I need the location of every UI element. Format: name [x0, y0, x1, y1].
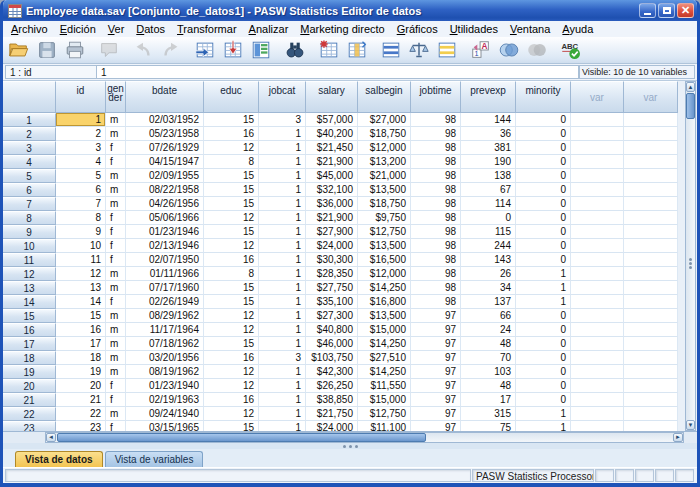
row-number[interactable]: 13: [3, 281, 56, 295]
data-cell[interactable]: [624, 323, 678, 337]
data-cell[interactable]: 8: [204, 155, 259, 169]
data-cell[interactable]: $103,750: [306, 351, 358, 365]
column-header-minority[interactable]: minority: [516, 81, 571, 113]
menu-transformar[interactable]: Transformar: [171, 22, 243, 36]
data-cell[interactable]: 15: [56, 309, 106, 323]
data-cell[interactable]: 1: [259, 239, 306, 253]
data-cell[interactable]: 1: [259, 155, 306, 169]
data-cell[interactable]: 11: [56, 253, 106, 267]
weight-cases-icon[interactable]: [407, 38, 431, 62]
data-cell[interactable]: 10: [56, 239, 106, 253]
data-cell[interactable]: 98: [411, 267, 461, 281]
goto-case-icon[interactable]: [193, 38, 217, 62]
data-cell[interactable]: 17: [461, 393, 516, 407]
data-cell[interactable]: 08/29/1962: [126, 309, 204, 323]
column-header-salbegin[interactable]: salbegin: [358, 81, 411, 113]
data-cell[interactable]: [571, 379, 624, 393]
minimize-button[interactable]: [639, 3, 656, 18]
data-cell[interactable]: 12: [204, 309, 259, 323]
data-cell[interactable]: 1: [516, 281, 571, 295]
data-cell[interactable]: [571, 407, 624, 421]
data-cell[interactable]: f: [106, 393, 126, 407]
data-cell[interactable]: 8: [204, 267, 259, 281]
data-cell[interactable]: 18: [56, 351, 106, 365]
data-cell[interactable]: 12: [56, 267, 106, 281]
data-cell[interactable]: [624, 379, 678, 393]
data-cell[interactable]: 02/19/1963: [126, 393, 204, 407]
data-cell[interactable]: [571, 421, 624, 432]
data-cell[interactable]: 0: [516, 141, 571, 155]
data-cell[interactable]: 97: [411, 365, 461, 379]
row-number[interactable]: 15: [3, 309, 56, 323]
data-cell[interactable]: 15: [204, 197, 259, 211]
data-cell[interactable]: $21,450: [306, 141, 358, 155]
data-cell[interactable]: $15,000: [358, 323, 411, 337]
data-cell[interactable]: $40,200: [306, 127, 358, 141]
menu-edici-n[interactable]: Edición: [54, 22, 102, 36]
data-cell[interactable]: $16,800: [358, 295, 411, 309]
data-cell[interactable]: m: [106, 197, 126, 211]
column-header-id[interactable]: id: [56, 81, 106, 113]
data-cell[interactable]: 04/26/1956: [126, 197, 204, 211]
data-cell[interactable]: 0: [516, 365, 571, 379]
data-cell[interactable]: m: [106, 127, 126, 141]
data-cell[interactable]: 97: [411, 407, 461, 421]
data-cell[interactable]: $16,500: [358, 253, 411, 267]
data-cell[interactable]: 0: [516, 393, 571, 407]
data-cell[interactable]: 09/24/1940: [126, 407, 204, 421]
data-cell[interactable]: 1: [259, 281, 306, 295]
vertical-scroll-track[interactable]: [686, 119, 695, 420]
data-cell[interactable]: $12,000: [358, 267, 411, 281]
data-cell[interactable]: 98: [411, 225, 461, 239]
data-cell[interactable]: 1: [516, 267, 571, 281]
row-number[interactable]: 4: [3, 155, 56, 169]
data-cell[interactable]: $9,750: [358, 211, 411, 225]
data-cell[interactable]: 66: [461, 309, 516, 323]
data-cell[interactable]: m: [106, 267, 126, 281]
column-header-educ[interactable]: educ: [204, 81, 259, 113]
data-cell[interactable]: 1: [516, 295, 571, 309]
cell-editor-input[interactable]: 1: [97, 65, 579, 79]
data-cell[interactable]: [624, 127, 678, 141]
data-cell[interactable]: 48: [461, 337, 516, 351]
data-cell[interactable]: 381: [461, 141, 516, 155]
data-cell[interactable]: [571, 253, 624, 267]
data-cell[interactable]: 97: [411, 337, 461, 351]
data-cell[interactable]: 0: [516, 197, 571, 211]
column-header-gender[interactable]: gender: [106, 81, 126, 113]
column-header-jobcat[interactable]: jobcat: [259, 81, 306, 113]
data-cell[interactable]: 0: [516, 323, 571, 337]
data-cell[interactable]: 01/23/1946: [126, 225, 204, 239]
data-cell[interactable]: 137: [461, 295, 516, 309]
data-cell[interactable]: 12: [204, 141, 259, 155]
pane-splitter-grip[interactable]: [689, 257, 693, 270]
data-cell[interactable]: [624, 309, 678, 323]
data-cell[interactable]: 1: [259, 365, 306, 379]
data-cell[interactable]: 1: [259, 337, 306, 351]
data-cell[interactable]: m: [106, 309, 126, 323]
data-cell[interactable]: 103: [461, 365, 516, 379]
data-cell[interactable]: 190: [461, 155, 516, 169]
menu-datos[interactable]: Datos: [130, 22, 171, 36]
data-cell[interactable]: 0: [516, 253, 571, 267]
data-cell[interactable]: 01/11/1966: [126, 267, 204, 281]
data-cell[interactable]: 12: [204, 211, 259, 225]
data-cell[interactable]: $21,900: [306, 155, 358, 169]
data-cell[interactable]: [571, 239, 624, 253]
data-cell[interactable]: $12,750: [358, 225, 411, 239]
data-cell[interactable]: $36,000: [306, 197, 358, 211]
selected-cell[interactable]: 1: [56, 113, 106, 127]
row-number[interactable]: 21: [3, 393, 56, 407]
value-labels-icon[interactable]: 1A: [469, 38, 493, 62]
split-file-icon[interactable]: [379, 38, 403, 62]
data-cell[interactable]: 115: [461, 225, 516, 239]
data-cell[interactable]: [624, 141, 678, 155]
data-cell[interactable]: 3: [56, 141, 106, 155]
data-cell[interactable]: 14: [56, 295, 106, 309]
data-cell[interactable]: 0: [516, 169, 571, 183]
data-cell[interactable]: $30,300: [306, 253, 358, 267]
column-header-bdate[interactable]: bdate: [126, 81, 204, 113]
data-cell[interactable]: $45,000: [306, 169, 358, 183]
menu-ver[interactable]: Ver: [102, 22, 131, 36]
data-cell[interactable]: f: [106, 421, 126, 432]
